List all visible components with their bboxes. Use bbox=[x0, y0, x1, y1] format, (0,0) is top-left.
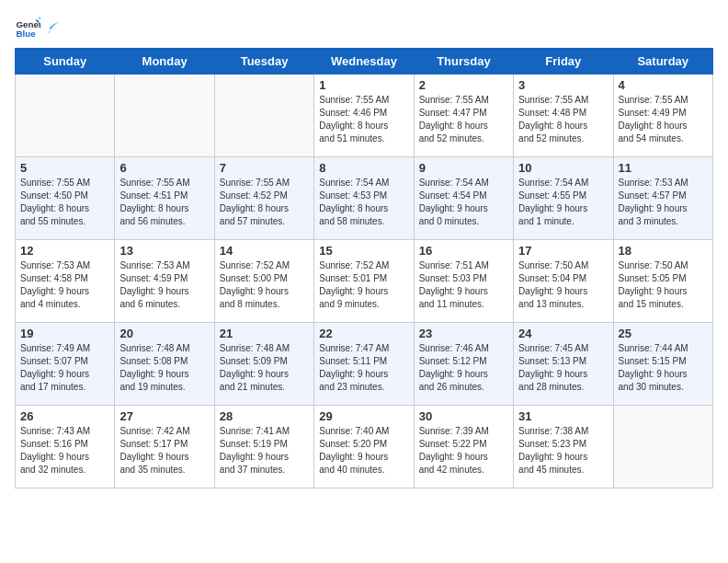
day-info: Sunrise: 7:48 AM Sunset: 5:08 PM Dayligh… bbox=[119, 342, 209, 394]
day-info: Sunrise: 7:55 AM Sunset: 4:51 PM Dayligh… bbox=[119, 177, 209, 228]
day-info: Sunrise: 7:52 AM Sunset: 5:01 PM Dayligh… bbox=[319, 259, 408, 311]
day-info: Sunrise: 7:50 AM Sunset: 5:04 PM Dayligh… bbox=[518, 259, 608, 311]
calendar-day-cell: 3Sunrise: 7:55 AM Sunset: 4:48 PM Daylig… bbox=[514, 75, 613, 157]
day-info: Sunrise: 7:39 AM Sunset: 5:22 PM Dayligh… bbox=[419, 425, 508, 477]
day-of-week-header: Wednesday bbox=[314, 49, 414, 75]
logo: General Blue bbox=[15, 15, 63, 40]
calendar-body: 1Sunrise: 7:55 AM Sunset: 4:46 PM Daylig… bbox=[16, 75, 713, 488]
calendar-day-cell: 29Sunrise: 7:40 AM Sunset: 5:20 PM Dayli… bbox=[314, 406, 414, 488]
day-number: 29 bbox=[319, 409, 408, 423]
day-info: Sunrise: 7:41 AM Sunset: 5:19 PM Dayligh… bbox=[220, 425, 309, 477]
calendar-day-cell: 26Sunrise: 7:43 AM Sunset: 5:16 PM Dayli… bbox=[16, 406, 115, 488]
day-info: Sunrise: 7:55 AM Sunset: 4:49 PM Dayligh… bbox=[619, 94, 708, 145]
day-number: 12 bbox=[20, 244, 109, 258]
calendar-day-cell: 4Sunrise: 7:55 AM Sunset: 4:49 PM Daylig… bbox=[613, 75, 712, 157]
day-number: 24 bbox=[518, 327, 608, 340]
calendar-day-cell: 25Sunrise: 7:44 AM Sunset: 5:15 PM Dayli… bbox=[613, 323, 712, 406]
calendar-day-cell: 22Sunrise: 7:47 AM Sunset: 5:11 PM Dayli… bbox=[314, 323, 414, 406]
day-number: 13 bbox=[119, 244, 209, 258]
calendar-day-cell: 28Sunrise: 7:41 AM Sunset: 5:19 PM Dayli… bbox=[214, 406, 313, 488]
calendar-day-cell: 12Sunrise: 7:53 AM Sunset: 4:58 PM Dayli… bbox=[16, 240, 115, 323]
calendar-day-cell: 8Sunrise: 7:54 AM Sunset: 4:53 PM Daylig… bbox=[314, 157, 414, 240]
calendar-day-cell: 19Sunrise: 7:49 AM Sunset: 5:07 PM Dayli… bbox=[16, 323, 115, 406]
calendar-day-cell: 16Sunrise: 7:51 AM Sunset: 5:03 PM Dayli… bbox=[414, 240, 513, 323]
calendar-table: SundayMondayTuesdayWednesdayThursdayFrid… bbox=[15, 48, 713, 488]
calendar-day-cell: 17Sunrise: 7:50 AM Sunset: 5:04 PM Dayli… bbox=[514, 240, 613, 323]
day-number: 14 bbox=[220, 244, 309, 258]
day-info: Sunrise: 7:52 AM Sunset: 5:00 PM Dayligh… bbox=[220, 259, 309, 311]
day-number: 22 bbox=[319, 327, 408, 340]
calendar-day-cell: 14Sunrise: 7:52 AM Sunset: 5:00 PM Dayli… bbox=[214, 240, 313, 323]
day-info: Sunrise: 7:49 AM Sunset: 5:07 PM Dayligh… bbox=[20, 342, 109, 394]
day-info: Sunrise: 7:48 AM Sunset: 5:09 PM Dayligh… bbox=[220, 342, 309, 394]
day-number: 20 bbox=[119, 327, 209, 340]
day-number: 31 bbox=[518, 409, 608, 423]
calendar-day-cell bbox=[214, 75, 313, 157]
day-of-week-header: Tuesday bbox=[214, 49, 313, 75]
day-info: Sunrise: 7:54 AM Sunset: 4:54 PM Dayligh… bbox=[419, 177, 508, 228]
day-number: 19 bbox=[20, 327, 109, 340]
calendar-day-cell: 30Sunrise: 7:39 AM Sunset: 5:22 PM Dayli… bbox=[414, 406, 513, 488]
calendar-day-cell: 23Sunrise: 7:46 AM Sunset: 5:12 PM Dayli… bbox=[414, 323, 513, 406]
day-info: Sunrise: 7:54 AM Sunset: 4:55 PM Dayligh… bbox=[518, 177, 608, 228]
day-number: 28 bbox=[220, 409, 309, 423]
day-info: Sunrise: 7:45 AM Sunset: 5:13 PM Dayligh… bbox=[518, 342, 608, 394]
day-info: Sunrise: 7:55 AM Sunset: 4:46 PM Dayligh… bbox=[319, 94, 408, 145]
day-info: Sunrise: 7:50 AM Sunset: 5:05 PM Dayligh… bbox=[619, 259, 708, 311]
day-number: 8 bbox=[319, 161, 408, 175]
calendar-week-row: 1Sunrise: 7:55 AM Sunset: 4:46 PM Daylig… bbox=[16, 75, 713, 157]
logo-icon: General Blue bbox=[15, 15, 40, 40]
day-number: 3 bbox=[518, 78, 608, 92]
day-number: 23 bbox=[419, 327, 508, 340]
calendar-day-cell bbox=[115, 75, 214, 157]
calendar-day-cell: 9Sunrise: 7:54 AM Sunset: 4:54 PM Daylig… bbox=[414, 157, 513, 240]
day-of-week-header: Friday bbox=[514, 49, 613, 75]
calendar-day-cell: 20Sunrise: 7:48 AM Sunset: 5:08 PM Dayli… bbox=[115, 323, 214, 406]
calendar-week-row: 12Sunrise: 7:53 AM Sunset: 4:58 PM Dayli… bbox=[16, 240, 713, 323]
day-number: 17 bbox=[518, 244, 608, 258]
calendar-day-cell: 7Sunrise: 7:55 AM Sunset: 4:52 PM Daylig… bbox=[214, 157, 313, 240]
calendar-day-cell: 11Sunrise: 7:53 AM Sunset: 4:57 PM Dayli… bbox=[613, 157, 712, 240]
day-info: Sunrise: 7:47 AM Sunset: 5:11 PM Dayligh… bbox=[319, 342, 408, 394]
calendar-day-cell: 2Sunrise: 7:55 AM Sunset: 4:47 PM Daylig… bbox=[414, 75, 513, 157]
calendar-day-cell: 27Sunrise: 7:42 AM Sunset: 5:17 PM Dayli… bbox=[115, 406, 214, 488]
calendar-day-cell: 10Sunrise: 7:54 AM Sunset: 4:55 PM Dayli… bbox=[514, 157, 613, 240]
day-number: 4 bbox=[619, 78, 708, 92]
day-info: Sunrise: 7:55 AM Sunset: 4:50 PM Dayligh… bbox=[20, 177, 109, 228]
day-of-week-header: Thursday bbox=[414, 49, 513, 75]
calendar-day-cell: 15Sunrise: 7:52 AM Sunset: 5:01 PM Dayli… bbox=[314, 240, 414, 323]
day-number: 10 bbox=[518, 161, 608, 175]
day-info: Sunrise: 7:55 AM Sunset: 4:52 PM Dayligh… bbox=[220, 177, 309, 228]
day-number: 11 bbox=[619, 161, 708, 175]
day-number: 15 bbox=[319, 244, 408, 258]
header: General Blue bbox=[15, 15, 713, 40]
day-info: Sunrise: 7:42 AM Sunset: 5:17 PM Dayligh… bbox=[119, 425, 209, 477]
day-info: Sunrise: 7:46 AM Sunset: 5:12 PM Dayligh… bbox=[419, 342, 508, 394]
day-info: Sunrise: 7:55 AM Sunset: 4:48 PM Dayligh… bbox=[518, 94, 608, 145]
logo-bird-icon bbox=[45, 19, 62, 36]
calendar-week-row: 26Sunrise: 7:43 AM Sunset: 5:16 PM Dayli… bbox=[16, 406, 713, 488]
calendar-day-cell: 18Sunrise: 7:50 AM Sunset: 5:05 PM Dayli… bbox=[613, 240, 712, 323]
day-info: Sunrise: 7:38 AM Sunset: 5:23 PM Dayligh… bbox=[518, 425, 608, 477]
svg-text:Blue: Blue bbox=[16, 29, 36, 39]
calendar-day-cell: 21Sunrise: 7:48 AM Sunset: 5:09 PM Dayli… bbox=[214, 323, 313, 406]
calendar-day-cell bbox=[613, 406, 712, 488]
day-info: Sunrise: 7:53 AM Sunset: 4:59 PM Dayligh… bbox=[119, 259, 209, 311]
day-number: 1 bbox=[319, 78, 408, 92]
calendar-header-row: SundayMondayTuesdayWednesdayThursdayFrid… bbox=[16, 49, 713, 75]
day-number: 21 bbox=[220, 327, 309, 340]
day-info: Sunrise: 7:51 AM Sunset: 5:03 PM Dayligh… bbox=[419, 259, 508, 311]
day-number: 7 bbox=[220, 161, 309, 175]
day-of-week-header: Monday bbox=[115, 49, 214, 75]
day-of-week-header: Sunday bbox=[16, 49, 115, 75]
day-info: Sunrise: 7:55 AM Sunset: 4:47 PM Dayligh… bbox=[419, 94, 508, 145]
day-number: 30 bbox=[419, 409, 508, 423]
day-info: Sunrise: 7:44 AM Sunset: 5:15 PM Dayligh… bbox=[619, 342, 708, 394]
calendar-day-cell: 5Sunrise: 7:55 AM Sunset: 4:50 PM Daylig… bbox=[16, 157, 115, 240]
day-number: 5 bbox=[20, 161, 109, 175]
day-number: 2 bbox=[419, 78, 508, 92]
day-number: 18 bbox=[619, 244, 708, 258]
day-number: 26 bbox=[20, 409, 109, 423]
day-number: 6 bbox=[119, 161, 209, 175]
calendar-day-cell: 24Sunrise: 7:45 AM Sunset: 5:13 PM Dayli… bbox=[514, 323, 613, 406]
